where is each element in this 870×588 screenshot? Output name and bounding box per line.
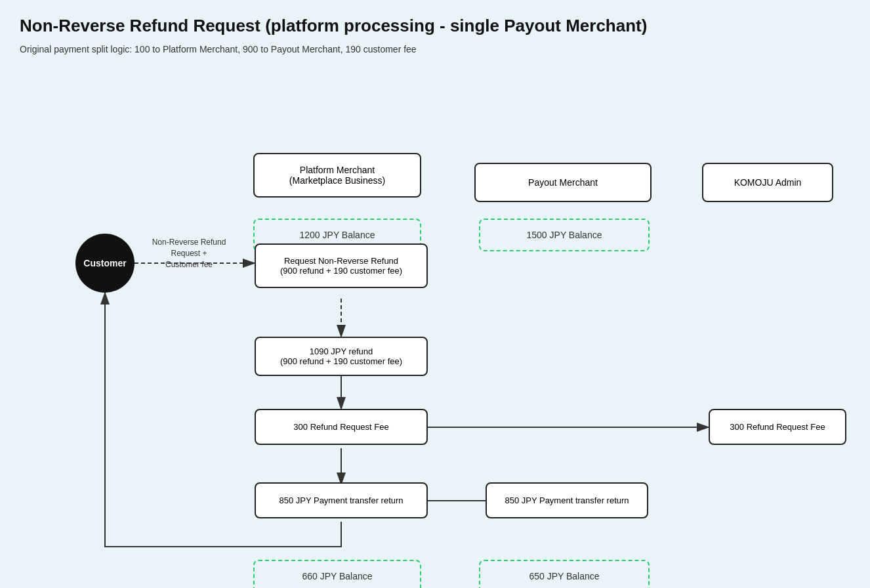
refund-fee-komoju-box: 300 Refund Request Fee — [709, 409, 846, 445]
payout-final-balance: 650 JPY Balance — [479, 560, 650, 588]
platform-merchant-box: Platform Merchant(Marketplace Business) — [253, 153, 421, 198]
arrows-svg — [20, 74, 846, 573]
page: Non-Reverse Refund Request (platform pro… — [0, 0, 870, 588]
refund-fee-platform-box: 300 Refund Request Fee — [255, 409, 428, 445]
komoju-admin-box: KOMOJU Admin — [702, 163, 833, 202]
payment-transfer-platform-box: 850 JPY Payment transfer return — [255, 482, 428, 518]
refund-1090-box: 1090 JPY refund (900 refund + 190 custom… — [255, 337, 428, 376]
platform-final-balance: 660 JPY Balance — [253, 560, 421, 588]
customer-circle: Customer — [75, 234, 135, 293]
page-subtitle: Original payment split logic: 100 to Pla… — [20, 44, 850, 54]
payout-initial-balance: 1500 JPY Balance — [479, 219, 650, 251]
payment-transfer-payout-box: 850 JPY Payment transfer return — [486, 482, 648, 518]
diagram: Customer Non-Reverse Refund Request +Cus… — [20, 74, 846, 573]
request-non-reverse-box: Request Non-Reverse Refund (900 refund +… — [255, 243, 428, 288]
payout-merchant-box: Payout Merchant — [474, 163, 652, 202]
page-title: Non-Reverse Refund Request (platform pro… — [20, 16, 850, 36]
request-arrow-label: Non-Reverse Refund Request +Customer fee — [136, 237, 241, 270]
